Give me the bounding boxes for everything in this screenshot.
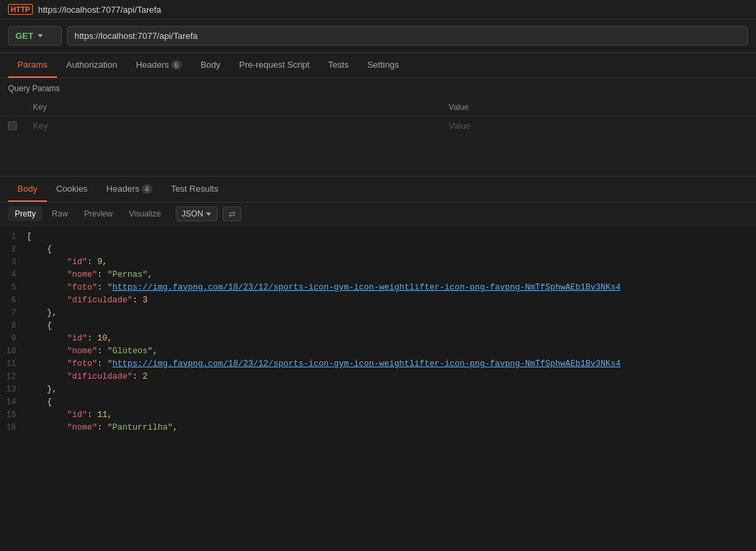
method-label: GET: [15, 31, 34, 41]
params-spacer: [0, 135, 756, 176]
line-content: "nome": "Glúteos",: [27, 347, 158, 356]
json-line: 9 "id": 10,: [0, 333, 756, 346]
json-format-label: JSON: [182, 209, 203, 219]
line-number: 8: [0, 321, 27, 330]
json-line: 1[: [0, 231, 756, 244]
tab-headers[interactable]: Headers6: [127, 53, 191, 78]
query-params-label: Query Params: [0, 78, 756, 99]
line-content: "nome": "Panturrilha",: [27, 423, 178, 432]
line-number: 13: [0, 385, 27, 394]
line-content: "dificuldade": 3: [27, 296, 148, 305]
line-number: 4: [0, 270, 27, 280]
line-number: 6: [0, 296, 27, 305]
json-chevron-icon: [206, 212, 211, 216]
line-content: "id": 9,: [27, 257, 107, 267]
table-row: Key Value: [0, 117, 756, 135]
line-content: {: [27, 321, 52, 330]
json-line: 14 {: [0, 397, 756, 410]
chevron-down-icon: [38, 34, 43, 38]
tab-response-headers[interactable]: Headers4: [97, 177, 162, 202]
line-number: 7: [0, 308, 27, 318]
format-toolbar: Pretty Raw Preview Visualize JSON ⇄: [0, 202, 756, 226]
line-content: "foto": "https://img.favpng.com/18/23/12…: [27, 359, 620, 369]
json-line: 15 "id": 11,: [0, 410, 756, 422]
app-logo: HTTP: [8, 4, 33, 15]
value-cell[interactable]: Value: [441, 117, 756, 135]
top-tabs: Params Authorization Headers6 Body Pre-r…: [0, 53, 756, 78]
line-number: 11: [0, 359, 27, 369]
line-content: },: [27, 308, 57, 318]
wrap-button[interactable]: ⇄: [223, 206, 241, 221]
json-line: 13 },: [0, 384, 756, 397]
line-content: "id": 11,: [27, 410, 113, 420]
raw-button[interactable]: Raw: [45, 206, 74, 221]
tab-test-results[interactable]: Test Results: [162, 177, 228, 202]
row-checkbox[interactable]: [8, 121, 17, 130]
json-line: 7 },: [0, 308, 756, 320]
json-line: 5 "foto": "https://img.favpng.com/18/23/…: [0, 282, 756, 295]
tab-prerequest[interactable]: Pre-request Script: [230, 53, 319, 78]
headers-badge: 6: [171, 60, 182, 70]
line-content: "id": 10,: [27, 334, 113, 343]
tab-cookies[interactable]: Cookies: [47, 177, 97, 202]
json-viewer: 1[2 {3 "id": 9,4 "nome": "Pernas",5 "fot…: [0, 226, 756, 440]
line-number: 1: [0, 232, 27, 241]
url-input[interactable]: [67, 26, 748, 46]
json-line: 3 "id": 9,: [0, 257, 756, 269]
json-line: 10 "nome": "Glúteos",: [0, 346, 756, 359]
line-content: "nome": "Pernas",: [27, 270, 153, 280]
tab-body[interactable]: Body: [191, 53, 230, 78]
json-line: 11 "foto": "https://img.favpng.com/18/23…: [0, 359, 756, 371]
line-number: 16: [0, 423, 27, 432]
line-number: 10: [0, 347, 27, 356]
line-number: 2: [0, 245, 27, 254]
key-col-header: Key: [25, 99, 441, 117]
tab-tests[interactable]: Tests: [319, 53, 358, 78]
tab-authorization[interactable]: Authorization: [57, 53, 127, 78]
key-cell[interactable]: Key: [25, 117, 441, 135]
json-line: 6 "dificuldade": 3: [0, 295, 756, 308]
line-number: 3: [0, 257, 27, 267]
line-content: {: [27, 245, 52, 254]
line-content: "foto": "https://img.favpng.com/18/23/12…: [27, 283, 620, 292]
title-bar: HTTP https://localhost:7077/api/Tarefa: [0, 0, 756, 19]
json-line: 12 "dificuldade": 2: [0, 371, 756, 384]
json-line: 4 "nome": "Pernas",: [0, 269, 756, 282]
json-line: 16 "nome": "Panturrilha",: [0, 422, 756, 435]
line-content: },: [27, 385, 57, 394]
line-content: {: [27, 397, 52, 407]
value-col-header: Value: [441, 99, 756, 117]
line-content: [: [27, 232, 32, 241]
response-headers-badge: 4: [142, 184, 152, 194]
title-bar-url: https://localhost:7077/api/Tarefa: [38, 5, 162, 15]
line-number: 5: [0, 283, 27, 292]
row-checkbox-cell: [0, 117, 25, 135]
bottom-tabs: Body Cookies Headers4 Test Results: [0, 177, 756, 202]
line-number: 12: [0, 372, 27, 381]
json-line: 2 {: [0, 244, 756, 257]
wrap-icon: ⇄: [229, 209, 235, 219]
response-section: Body Cookies Headers4 Test Results Prett…: [0, 176, 756, 440]
tab-settings[interactable]: Settings: [358, 53, 409, 78]
checkbox-col-header: [0, 99, 25, 117]
line-number: 15: [0, 410, 27, 420]
method-selector[interactable]: GET: [8, 26, 62, 46]
pretty-button[interactable]: Pretty: [8, 206, 42, 221]
tab-params[interactable]: Params: [8, 53, 57, 78]
line-content: "dificuldade": 2: [27, 372, 148, 381]
query-params-table: Key Value Key Value: [0, 99, 756, 135]
visualize-button[interactable]: Visualize: [122, 206, 168, 221]
tab-response-body[interactable]: Body: [8, 177, 47, 202]
url-bar: GET: [0, 19, 756, 53]
json-line: 8 {: [0, 320, 756, 333]
line-number: 9: [0, 334, 27, 343]
preview-button[interactable]: Preview: [77, 206, 119, 221]
json-format-selector[interactable]: JSON: [176, 206, 217, 221]
line-number: 14: [0, 397, 27, 407]
